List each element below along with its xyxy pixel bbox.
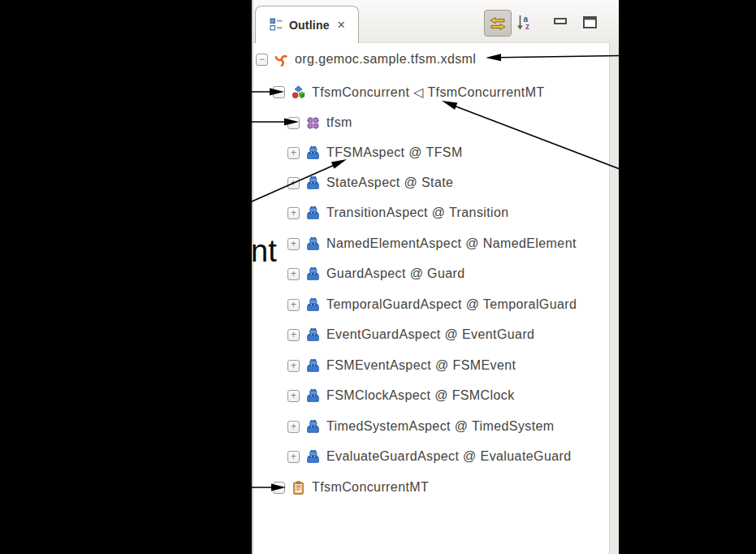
expand-toggle[interactable] — [287, 299, 300, 311]
expand-toggle[interactable] — [287, 147, 300, 159]
expand-toggle[interactable] — [287, 329, 300, 341]
maximize-button[interactable] — [582, 15, 598, 29]
close-icon[interactable]: ✕ — [337, 19, 346, 31]
tree-row-namedelementaspect[interactable]: NamedElementAspect @ NamedElement — [253, 231, 609, 257]
tree-row-stateaspect[interactable]: StateAspect @ State — [253, 170, 609, 196]
tree-row-label: EventGuardAspect @ EventGuard — [326, 327, 534, 342]
view-header: Outline ✕ — [253, 0, 619, 43]
tree-row-label: NamedElementAspect @ NamedElement — [326, 236, 577, 251]
tree-row-label: TFSMAspect @ TFSM — [326, 145, 463, 160]
outline-view-panel: Outline ✕ org.gemoc.sample.tfsm.xdsml — [252, 0, 619, 554]
tab-label: Outline — [289, 19, 330, 32]
aspect-icon — [306, 450, 320, 464]
minimize-button[interactable] — [553, 17, 568, 25]
collapse-toggle[interactable] — [273, 86, 285, 98]
tab-outline[interactable]: Outline ✕ — [255, 6, 359, 43]
tree-row-eventguardaspect[interactable]: EventGuardAspect @ EventGuard — [253, 322, 609, 348]
expand-toggle[interactable] — [287, 207, 300, 219]
collapse-toggle[interactable] — [256, 54, 268, 66]
tree-row-label: EvaluateGuardAspect @ EvaluateGuard — [326, 449, 572, 464]
tree-row-tfsm[interactable]: tfsm — [253, 110, 609, 136]
tree-row-guardaspect[interactable]: GuardAspect @ Guard — [253, 261, 609, 287]
expand-toggle[interactable] — [287, 390, 300, 402]
tree-row-label: tfsm — [326, 115, 352, 130]
tree-row-fsmclockaspect[interactable]: FSMClockAspect @ FSMClock — [253, 383, 609, 409]
gemoc-xdsml-icon — [274, 53, 288, 67]
link-with-editor-button[interactable] — [484, 10, 512, 37]
collapse-toggle[interactable] — [287, 117, 300, 129]
minimize-icon — [554, 18, 567, 24]
tree-row-label: GuardAspect @ Guard — [326, 266, 465, 281]
tree-row-tfsmaspect[interactable]: TFSMAspect @ TFSM — [253, 140, 609, 166]
aspect-icon — [306, 359, 320, 373]
aspect-icon — [306, 237, 320, 251]
screenshot-stage: Outline ✕ org.gemoc.sample.tfsm.xdsml — [0, 0, 756, 554]
collapse-toggle[interactable] — [273, 482, 285, 494]
dsl-melange-icon — [292, 85, 305, 99]
tree-row-label: FSMEventAspect @ FSMEvent — [326, 358, 516, 373]
aspect-icon — [306, 298, 320, 312]
scrollbar-track[interactable] — [609, 42, 619, 554]
aspect-icon — [306, 420, 320, 434]
tree-row-label: TemporalGuardAspect @ TemporalGuard — [326, 297, 577, 312]
expand-toggle[interactable] — [287, 177, 300, 189]
epackage-icon — [306, 116, 320, 130]
tree-row-label: TfsmConcurrentMT — [312, 480, 429, 495]
tree-row-label: TfsmConcurrent ◁ TfsmConcurrentMT — [312, 84, 545, 100]
tree-row-label: TimedSystemAspect @ TimedSystem — [326, 419, 555, 434]
tree-row-evaluateguardaspect[interactable]: EvaluateGuardAspect @ EvaluateGuard — [253, 444, 609, 470]
tree-row-timedsystemaspect[interactable]: TimedSystemAspect @ TimedSystem — [253, 413, 609, 439]
aspect-icon — [306, 389, 320, 403]
tree-row-temporalguardaspect[interactable]: TemporalGuardAspect @ TemporalGuard — [253, 292, 609, 318]
aspect-icon — [306, 176, 320, 190]
expand-toggle[interactable] — [287, 451, 300, 463]
clipped-annotation-text: nt — [251, 234, 277, 269]
sort-az-icon — [516, 14, 533, 32]
tree-row-xdsml[interactable]: org.gemoc.sample.tfsm.xdsml — [253, 46, 609, 72]
tree-row-label: org.gemoc.sample.tfsm.xdsml — [295, 52, 476, 67]
tree-row-transitionaspect[interactable]: TransitionAspect @ Transition — [253, 200, 609, 226]
clipboard-icon — [292, 481, 305, 495]
outline-view-icon — [270, 18, 283, 32]
tree-row-fsmeventaspect[interactable]: FSMEventAspect @ FSMEvent — [253, 353, 609, 379]
link-with-editor-icon — [489, 15, 507, 32]
expand-toggle[interactable] — [287, 238, 300, 250]
expand-toggle[interactable] — [287, 268, 300, 280]
expand-toggle[interactable] — [287, 421, 300, 433]
tree-row-label: StateAspect @ State — [326, 175, 453, 190]
aspect-icon — [306, 328, 320, 342]
maximize-icon — [583, 16, 597, 28]
sort-button[interactable] — [515, 12, 534, 33]
tree-row-label: FSMClockAspect @ FSMClock — [326, 388, 515, 403]
aspect-icon — [306, 267, 320, 281]
tree-row-tfsmconcurrentmt[interactable]: TfsmConcurrentMT — [253, 474, 609, 500]
aspect-icon — [306, 146, 320, 160]
tree-row-label: TransitionAspect @ Transition — [326, 206, 509, 220]
aspect-icon — [306, 206, 320, 220]
tree-row-tfsmconcurrent[interactable]: TfsmConcurrent ◁ TfsmConcurrentMT — [253, 79, 609, 105]
expand-toggle[interactable] — [287, 360, 300, 372]
